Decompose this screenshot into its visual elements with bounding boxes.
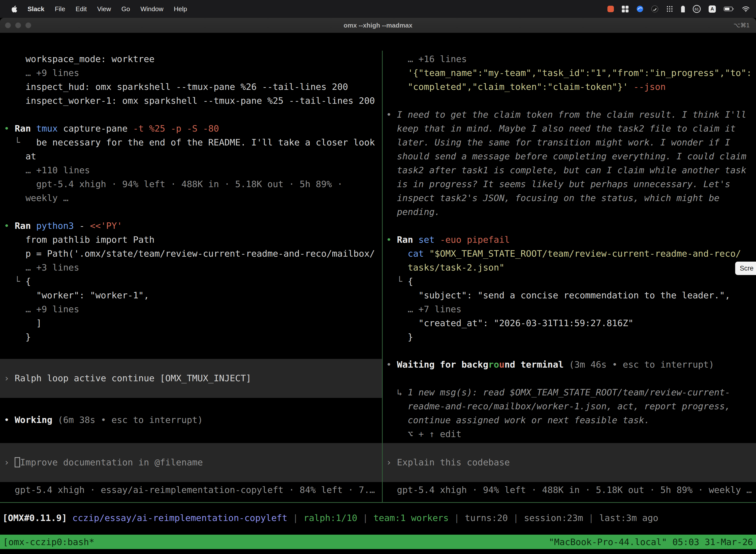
battery-icon[interactable]	[724, 6, 734, 12]
text-segment: •	[386, 234, 397, 245]
terminal-line: • Ran python3 - <<'PY'	[4, 219, 382, 233]
text-segment: inspect_worker-1: omx sparkshell --tmux-…	[4, 96, 375, 106]
terminal-line: }	[4, 330, 382, 344]
text-segment: └	[4, 276, 25, 286]
terminal-window: omx --xhigh --madmax ⌥⌘1 workspace_mode:…	[0, 18, 756, 554]
text-segment: at	[4, 151, 36, 161]
text-segment: •	[4, 123, 15, 133]
text-segment: later. Using the same for transition mig…	[386, 137, 730, 148]
text-segment: "worker": "worker-1",	[4, 290, 149, 300]
tmux-status-bar: [omx-cczip0:bash* "MacBook-Pro-44.local"…	[0, 535, 756, 549]
text-segment: [OMX#0.11.9]	[2, 513, 72, 523]
menu-go[interactable]: Go	[116, 0, 135, 18]
terminal-line: • Ran tmux capture-pane -t %25 -p -S -80	[4, 122, 382, 135]
text-segment: gpt-5.4 xhigh · 94% left · 488K in · 5.1…	[4, 179, 342, 189]
text-segment: "completed","claim_token":"claim-token"}…	[386, 82, 628, 92]
text-segment: nd	[504, 359, 515, 370]
left-prompt-input[interactable]: › Improve documentation in @filename	[0, 443, 382, 482]
terminal-line: gpt-5.4 xhigh · 94% left · 488K in · 5.1…	[4, 177, 382, 191]
apple-logo-icon	[12, 6, 17, 12]
terminal-line: └ {	[4, 275, 382, 288]
screen-sharing-overlay-button[interactable]: Scre	[735, 262, 756, 275]
menu-window[interactable]: Window	[135, 0, 169, 18]
text-segment: ]	[4, 318, 42, 328]
terminal-line: tasks/task-2.json"	[386, 261, 756, 275]
left-statusline: gpt-5.4 xhigh · essay/ai-reimplementatio…	[0, 483, 382, 497]
percent-ring-icon[interactable]: 61	[693, 5, 701, 13]
blue-orb-icon[interactable]	[636, 5, 643, 12]
text-segment: is in progress? It seems likely but perh…	[386, 179, 730, 189]
text-segment: (3m 46s • esc to interrupt)	[569, 359, 714, 370]
menu-edit[interactable]: Edit	[70, 0, 92, 18]
text-segment: turns:20	[465, 513, 508, 523]
terminal-line: ⌥ + ↑ edit	[386, 427, 756, 441]
terminal-line: "created_at": "2026-03-31T11:59:27.816Z"	[386, 316, 756, 330]
menu-view[interactable]: View	[92, 0, 116, 18]
text-segment: I need to get the claim token from the c…	[397, 109, 746, 120]
terminal-line: • Working (6m 38s • esc to interrupt)	[4, 413, 382, 427]
left-working-status: • Working (6m 38s • esc to interrupt)	[0, 413, 382, 427]
text-segment: readme-and-reco/mailbox/worker-1.json, a…	[386, 401, 730, 411]
text-segment: cat	[408, 248, 429, 259]
apple-menu[interactable]	[6, 0, 22, 18]
text-segment: ›	[386, 457, 397, 467]
terminal-line: workspace_mode: worktree	[4, 52, 382, 66]
text-segment: -euo pipefail	[435, 234, 510, 245]
text-segment: "subject": "send a concise recommendatio…	[386, 290, 730, 300]
right-prompt-input[interactable]: › Explain this codebase	[383, 443, 756, 482]
text-segment: └	[386, 276, 408, 286]
window-grid-icon[interactable]	[622, 6, 629, 12]
terminal-line: task2 after task1 is complete, but can I…	[386, 163, 756, 177]
input-source-icon[interactable]: A	[709, 5, 716, 13]
text-segment: Ralph loop active continue [OMX_TMUX_INJ…	[15, 373, 251, 383]
terminal-line: ]	[4, 316, 382, 330]
terminal-line: └ {	[386, 275, 756, 288]
terminal-line	[386, 94, 756, 108]
right-mailbox-note: ↳ 1 new msg(s): read $OMX_TEAM_STATE_ROO…	[383, 385, 756, 441]
text-segment: last:3m ago	[599, 513, 658, 523]
text-segment: … +110 lines	[4, 165, 90, 175]
text-segment: ›	[4, 373, 15, 383]
dots-grid-icon[interactable]	[666, 5, 673, 12]
window-titlebar[interactable]: omx --xhigh --madmax ⌥⌘1	[0, 18, 756, 33]
terminal-line: keep that in mind. Maybe I also need the…	[386, 122, 756, 135]
omx-hud-statusline: [OMX#0.11.9] cczip/essay/ai-reimplementa…	[0, 511, 756, 525]
menu-app-name[interactable]: Slack	[22, 0, 50, 18]
left-pane[interactable]: workspace_mode: worktree … +9 lines insp…	[0, 51, 382, 502]
terminal-line: … +16 lines	[386, 52, 756, 66]
text-segment: Ran	[15, 221, 36, 231]
menu-file[interactable]: File	[50, 0, 70, 18]
text-segment: |	[358, 513, 374, 523]
text-segment: set	[419, 234, 435, 245]
close-button[interactable]	[5, 22, 11, 28]
terminal-line: • Ran set -euo pipefail	[386, 233, 756, 247]
terminal-line: ↳ 1 new msg(s): read $OMX_TEAM_STATE_ROO…	[386, 385, 756, 399]
tmux-host-clock: "MacBook-Pro-44.local" 05:03 31-Mar-26	[549, 537, 753, 547]
text-segment: … +16 lines	[386, 54, 467, 64]
text-segment: gpt-5.4 xhigh · 94% left · 488K in · 5.1…	[386, 485, 752, 495]
ghost-icon[interactable]	[681, 6, 685, 12]
terminal-line: weekly …	[4, 191, 382, 205]
wifi-icon[interactable]	[742, 6, 750, 12]
terminal-line: should send a message before completing …	[386, 150, 756, 163]
text-segment: '{"team_name":"my-team","task_id":"1","f…	[386, 68, 752, 78]
terminal-line: inspect_worker-1: omx sparkshell --tmux-…	[4, 94, 382, 108]
dark-circle-icon[interactable]	[651, 5, 658, 12]
text-segment: inspect task2's JSON, focusing on the st…	[386, 193, 719, 203]
terminal-line: • I need to get the claim token from the…	[386, 108, 756, 122]
text-segment: ›	[4, 457, 15, 467]
text-segment	[386, 248, 408, 259]
text-segment: workspace_mode: worktree	[4, 54, 154, 64]
text-segment: └	[4, 137, 36, 148]
text-segment: team:1 workers	[374, 513, 449, 523]
terminal-line: is in progress? It seems likely but perh…	[386, 177, 756, 191]
text-segment: |	[583, 513, 599, 523]
minimize-button[interactable]	[15, 22, 21, 28]
text-segment: Improve documentation in @filename	[20, 457, 203, 467]
text-segment: |	[449, 513, 465, 523]
zoom-button[interactable]	[25, 22, 31, 28]
right-pane[interactable]: … +16 lines '{"team_name":"my-team","tas…	[383, 51, 756, 502]
menu-help[interactable]: Help	[169, 0, 192, 18]
text-segment: •	[386, 109, 397, 120]
screen-recording-icon[interactable]	[608, 6, 614, 12]
